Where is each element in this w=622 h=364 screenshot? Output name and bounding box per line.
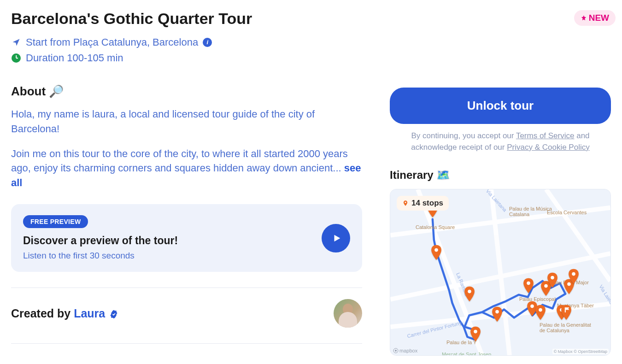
svg-point-9 — [539, 308, 542, 312]
map-poi-label: Mercat de Sant Josep — [442, 352, 491, 356]
divider — [11, 288, 362, 288]
map-pin[interactable] — [546, 272, 558, 290]
divider — [11, 343, 362, 344]
start-location-text: Start from Plaça Catalunya, Barcelona — [26, 36, 198, 48]
svg-point-6 — [495, 310, 499, 314]
map-pin[interactable] — [430, 245, 442, 262]
about-paragraph-2: Join me on this tour to the core of the … — [11, 147, 362, 191]
preview-title: Discover a preview of the tour! — [23, 235, 312, 247]
play-icon — [332, 233, 342, 243]
privacy-policy-link[interactable]: Privacy & Cookie Policy — [507, 143, 590, 152]
map-pin[interactable] — [491, 306, 503, 324]
terms-text: By continuing, you accept our Terms of S… — [390, 130, 611, 153]
map-poi-label: Escola Cervantes — [547, 210, 587, 215]
map-attribution-logo: mapbox — [393, 348, 417, 353]
svg-point-7 — [527, 282, 530, 285]
unlock-tour-button[interactable]: Unlock tour — [390, 88, 611, 124]
play-button[interactable] — [322, 224, 350, 252]
svg-point-8 — [530, 305, 534, 308]
map-pin[interactable] — [534, 305, 546, 322]
free-preview-card: FREE PREVIEW Discover a preview of the t… — [11, 204, 362, 272]
info-icon[interactable]: i — [203, 38, 212, 47]
itinerary-heading: Itinerary 🗺️ — [390, 169, 611, 182]
svg-rect-15 — [565, 307, 566, 312]
svg-point-5 — [474, 330, 477, 334]
map-pin[interactable] — [464, 286, 475, 304]
created-by-label: Created by Laura — [11, 307, 118, 320]
about-paragraph-1: Hola, my name is laura, a local and lice… — [11, 107, 362, 136]
map-pin[interactable] — [568, 269, 580, 286]
map-poi-label: Catalonia Square — [416, 224, 455, 230]
map-dest-pin[interactable] — [560, 305, 572, 322]
duration-row: Duration 100-105 min — [11, 52, 362, 64]
svg-point-17 — [395, 350, 397, 352]
clock-icon — [11, 53, 21, 63]
itinerary-map[interactable]: 14 stops — [390, 189, 611, 356]
created-by-row: Created by Laura — [11, 299, 362, 328]
duration-text: Duration 100-105 min — [26, 52, 123, 64]
stops-count-text: 14 stops — [411, 199, 443, 208]
creator-link[interactable]: Laura — [74, 307, 105, 320]
map-pin[interactable] — [522, 278, 534, 295]
svg-point-0 — [405, 202, 406, 203]
map-poi-label: Palau de la Generalitat de Catalunya — [540, 322, 595, 333]
page-title: Barcelona's Gothic Quarter Tour — [11, 9, 252, 28]
preview-subtitle: Listen to the first 30 seconds — [23, 251, 312, 261]
about-heading: About 🔎 — [11, 84, 362, 99]
verified-icon — [109, 310, 118, 319]
map-pin[interactable] — [469, 326, 481, 344]
svg-point-3 — [434, 248, 438, 252]
svg-point-14 — [572, 272, 575, 276]
star-icon — [581, 15, 587, 21]
stops-count-badge: 14 stops — [397, 196, 449, 211]
pin-icon — [402, 200, 409, 206]
about-body: Hola, my name is laura, a local and lice… — [11, 107, 362, 190]
svg-point-11 — [551, 276, 554, 280]
free-preview-pill: FREE PREVIEW — [23, 215, 88, 228]
location-arrow-icon — [11, 37, 21, 47]
terms-of-service-link[interactable]: Terms of Service — [516, 131, 575, 140]
svg-point-4 — [468, 290, 471, 294]
map-attribution-text: © Mapbox © OpenStreetMap — [552, 349, 609, 354]
new-badge: NEW — [574, 10, 616, 26]
creator-avatar[interactable] — [334, 299, 362, 328]
new-badge-text: NEW — [589, 13, 609, 23]
start-location-row: Start from Plaça Catalunya, Barcelona i — [11, 36, 362, 48]
